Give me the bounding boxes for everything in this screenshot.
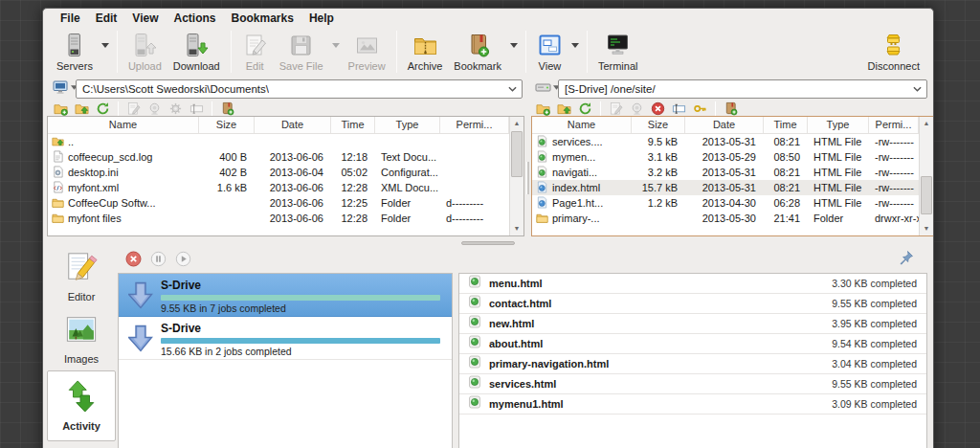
completed-file-row[interactable]: new.html3.95 KB completed (459, 314, 926, 334)
completed-file-row[interactable]: services.html9.55 KB completed (459, 374, 926, 394)
completed-file-row[interactable]: mymenu1.html3.09 KB completed (459, 394, 926, 414)
sidebar-tab-images[interactable]: Images (47, 307, 116, 370)
file-row[interactable]: myfont.xml1.6 kB2013-06-0612:28XML Docu.… (48, 180, 509, 195)
column-header-permi[interactable]: Permi... (869, 117, 919, 133)
column-header-size[interactable]: Size (632, 117, 685, 133)
completed-file-status: 9.55 KB completed (832, 298, 926, 309)
menu-view[interactable]: View (124, 10, 166, 27)
sidebar-tab-editor[interactable]: Editor (47, 246, 116, 307)
queue-progress-bar (161, 295, 440, 301)
file-row[interactable]: Page1.ht...1.2 kB2013-04-3006:28HTML Fil… (532, 195, 919, 211)
column-header-time[interactable]: Time (764, 117, 808, 133)
file-size-cell: 9.5 kB (632, 136, 685, 147)
toolbar-button-label: Bookmark (454, 60, 501, 72)
terminal-button[interactable]: Terminal (592, 29, 644, 73)
file-date-cell: 2013-06-04 (255, 167, 331, 178)
chevron-down-icon[interactable] (508, 86, 517, 93)
disconnect-button[interactable]: Disconnect (862, 29, 925, 73)
completed-file-row[interactable]: menu.html3.30 KB completed (459, 274, 926, 294)
panel-splitter-horizontal[interactable] (43, 238, 933, 247)
column-header-type[interactable]: Type (375, 117, 440, 133)
file-size-cell: 402 B (199, 167, 255, 178)
local-path-combobox[interactable]: C:\Users\Scott Swedorski\Documents\ (76, 79, 523, 99)
menu-actions[interactable]: Actions (166, 10, 223, 27)
file-row[interactable]: CoffeeCup Softw...2013-06-0612:25Folderd… (48, 195, 509, 211)
folder-up-button[interactable] (74, 101, 90, 117)
scroll-up-icon[interactable]: ▲ (920, 117, 933, 130)
column-header-name[interactable]: Name (48, 117, 199, 133)
bookmark-add-button[interactable] (723, 101, 739, 117)
folder-new-button[interactable] (535, 101, 551, 117)
column-header-date[interactable]: Date (255, 117, 331, 133)
file-row[interactable]: myfont files2013-06-0612:28Folderd------… (48, 211, 509, 226)
file-type-cell: XML Docu... (375, 182, 440, 193)
key-button[interactable] (692, 101, 708, 117)
queue-item-name: S-Drive (161, 322, 201, 335)
local-root-button[interactable] (53, 80, 78, 94)
dropdown-arrow-icon[interactable] (99, 29, 112, 61)
scroll-down-icon[interactable]: ▼ (510, 222, 523, 235)
local-vertical-scrollbar[interactable]: ▲ ▼ (509, 117, 523, 235)
file-row[interactable]: desktop.ini402 B2013-06-0405:02Configura… (48, 165, 509, 180)
archive-button[interactable]: Archive (402, 29, 449, 73)
file-row[interactable]: navigati...3.2 kB2013-05-3108:21HTML Fil… (532, 165, 919, 180)
file-row[interactable]: primary-...2013-05-3021:41Folderdrwxr-xr… (532, 211, 919, 226)
scroll-down-icon[interactable]: ▼ (920, 222, 933, 235)
column-header-date[interactable]: Date (685, 117, 764, 133)
delete-button[interactable] (650, 101, 666, 117)
remote-path-combobox[interactable]: [S-Drive] /one/site/ (558, 79, 927, 99)
completed-file-row[interactable]: primary-navigation.html3.04 KB completed (459, 354, 926, 374)
menu-file[interactable]: File (53, 10, 88, 27)
file-row[interactable]: coffeecup_scd.log400 B2013-06-0612:18Tex… (48, 149, 509, 165)
column-header-permi[interactable]: Permi... (440, 117, 509, 133)
bookmark-add-button[interactable] (219, 101, 235, 117)
sidebar-tab-activity[interactable]: Activity (47, 370, 116, 441)
dropdown-arrow-icon[interactable] (507, 29, 521, 61)
scroll-up-icon[interactable]: ▲ (510, 117, 523, 130)
toolbar-separator (117, 31, 118, 73)
column-header-name[interactable]: Name (532, 117, 632, 133)
pin-icon[interactable] (899, 250, 914, 265)
folder-new-button[interactable] (53, 101, 69, 117)
queue-item[interactable]: S-Drive9.55 KB in 7 jobs completed (119, 274, 452, 317)
file-date-cell: 2013-06-06 (255, 151, 331, 163)
menu-bookmarks[interactable]: Bookmarks (224, 10, 301, 27)
dropdown-arrow-icon[interactable] (568, 29, 582, 61)
scrollbar-thumb[interactable] (921, 176, 932, 214)
file-row[interactable]: mymen...3.1 kB2013-05-2908:50HTML File-r… (532, 149, 919, 165)
column-header-type[interactable]: Type (808, 117, 869, 133)
completed-file-row[interactable]: about.html9.54 KB completed (459, 334, 926, 354)
column-header-size[interactable]: Size (199, 117, 255, 133)
scrollbar-thumb[interactable] (511, 131, 523, 177)
completed-file-row[interactable]: contact.html9.55 KB completed (459, 294, 926, 314)
sidebar-tab-label: Activity (62, 420, 100, 432)
file-row[interactable]: services....9.5 kB2013-05-3108:21HTML Fi… (532, 134, 919, 149)
local-panel-toolbar (53, 100, 235, 117)
refresh-button[interactable] (95, 101, 111, 117)
queue-item[interactable]: S-Drive15.66 KB in 2 jobs completed (119, 317, 452, 360)
file-name-cell: Page1.ht... (532, 196, 632, 211)
file-row[interactable]: .. (48, 134, 509, 149)
view-button[interactable]: View (531, 29, 568, 73)
column-header-time[interactable]: Time (331, 117, 375, 133)
rename-button[interactable] (671, 101, 687, 117)
file-name-cell: myfont.xml (48, 181, 199, 195)
bookmark-button[interactable]: Bookmark (448, 29, 507, 73)
file-date-cell: 2013-06-06 (255, 182, 331, 193)
folder-up-button[interactable] (556, 101, 572, 117)
chevron-down-icon[interactable] (913, 86, 922, 93)
remote-root-button[interactable] (535, 80, 560, 94)
file-time-cell: 06:28 (764, 197, 808, 209)
menu-edit[interactable]: Edit (88, 10, 125, 27)
panel-splitter-vertical[interactable] (524, 116, 531, 236)
refresh-button[interactable] (577, 101, 593, 117)
html-file-icon (459, 375, 489, 392)
remote-vertical-scrollbar[interactable]: ▲ ▼ (919, 117, 933, 235)
file-row[interactable]: index.html15.7 kB2013-05-3108:21HTML Fil… (532, 180, 919, 195)
file-name-cell: desktop.ini (48, 166, 199, 180)
download-button[interactable]: Download (167, 29, 226, 73)
file-name: myfont files (68, 213, 122, 224)
menu-help[interactable]: Help (301, 10, 342, 27)
servers-button[interactable]: Servers (51, 29, 99, 73)
stop-button[interactable] (125, 251, 142, 267)
